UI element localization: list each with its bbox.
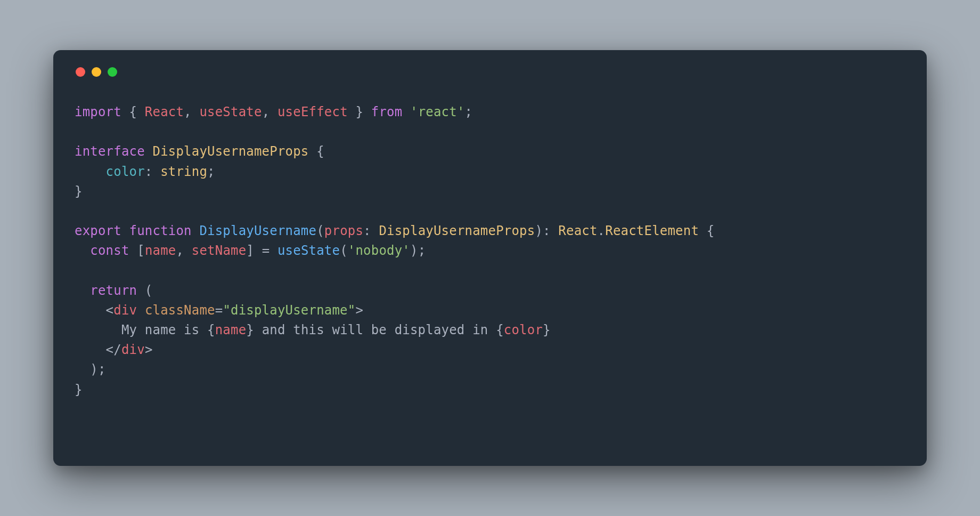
code-token: } [75,184,83,199]
code-token: } [75,382,83,397]
code-token: ): [535,223,558,238]
code-window: import { React, useState, useEffect } fr… [53,50,927,466]
code-token: props [324,223,363,238]
code-token: DisplayUsernameProps [153,144,309,159]
code-token: const [90,243,129,258]
code-token: , [176,243,191,258]
code-token: } [543,322,551,337]
code-token: DisplayUsername [199,223,316,238]
maximize-icon[interactable] [108,67,117,77]
code-token: </ [106,342,121,357]
code-token: My name is [121,322,207,337]
code-token: } [348,104,371,119]
code-token: name [215,322,247,337]
code-token: = [215,303,223,318]
code-token: { [207,322,215,337]
code-token: ( [316,223,324,238]
code-token: ; [465,104,473,119]
code-token: : [363,223,379,238]
code-token: 'react' [410,104,465,119]
code-token: > [355,303,363,318]
code-token [75,283,90,298]
code-token: DisplayUsernameProps [379,223,535,238]
code-token [75,342,106,357]
code-token: ( [340,243,348,258]
code-token: { [308,144,324,159]
code-token: useState [199,104,262,119]
code-token: ); [410,243,426,258]
code-token: ] = [246,243,277,258]
code-token: div [121,342,145,357]
code-token [75,243,90,258]
code-token [402,104,410,119]
code-token: color [504,322,543,337]
code-token: } [246,322,254,337]
code-token [75,164,106,179]
code-token: { [699,223,714,238]
code-token: color [106,164,145,179]
code-token: export [75,223,121,238]
code-token: string [160,164,207,179]
code-token: return [90,283,137,298]
code-token: interface [75,144,145,159]
code-token: { [496,322,504,337]
code-token: > [145,342,153,357]
code-token: and this will be displayed in [254,322,496,337]
code-token: className [145,303,215,318]
code-token [121,223,129,238]
code-token: div [113,303,137,318]
code-token: React [558,223,597,238]
code-token: { [121,104,145,119]
code-token: name [145,243,176,258]
code-token: . [598,223,606,238]
code-token: React [145,104,184,119]
code-token: ReactElement [605,223,699,238]
code-token: < [106,303,114,318]
code-token: useState [277,243,340,258]
code-token: from [371,104,403,119]
code-token [192,223,200,238]
code-token: useEffect [277,104,348,119]
code-token: , [262,104,277,119]
close-icon[interactable] [76,67,85,77]
code-token [75,322,121,337]
code-token: function [129,223,192,238]
code-token: ; [207,164,215,179]
code-token: [ [129,243,145,258]
code-token: , [184,104,199,119]
code-token: "displayUsername" [223,303,355,318]
code-token [137,303,145,318]
minimize-icon[interactable] [92,67,101,77]
code-token: setName [192,243,247,258]
code-token [145,144,153,159]
code-token: 'nobody' [348,243,410,258]
code-token: : [145,164,160,179]
code-block: import { React, useState, useEffect } fr… [75,102,905,400]
code-token [75,303,106,318]
code-token: ( [137,283,152,298]
window-controls [76,67,905,77]
code-token: ); [75,362,106,377]
code-token: import [75,104,121,119]
